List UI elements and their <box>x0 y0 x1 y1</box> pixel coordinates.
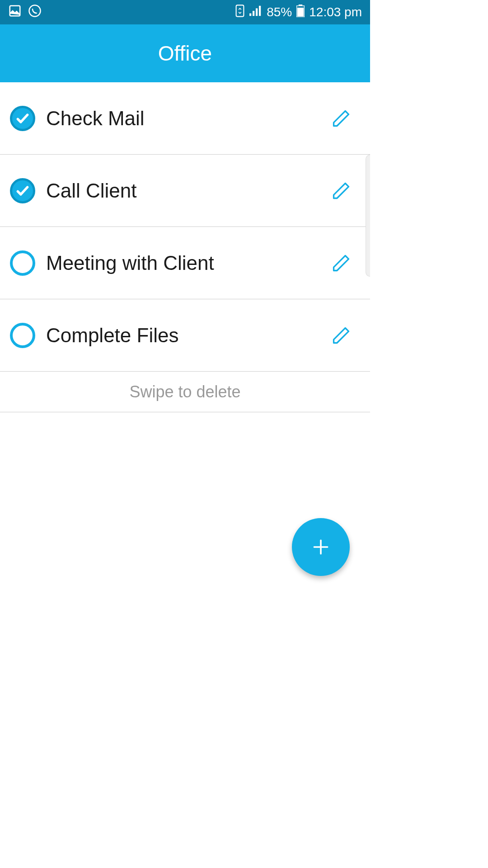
edit-button[interactable] <box>330 108 352 129</box>
svg-rect-2 <box>236 5 244 16</box>
pencil-icon <box>331 253 351 273</box>
svg-rect-4 <box>253 11 254 16</box>
edit-button[interactable] <box>330 325 352 346</box>
gallery-icon <box>8 4 22 21</box>
svg-rect-5 <box>256 8 258 16</box>
edit-button[interactable] <box>330 180 352 202</box>
svg-rect-9 <box>297 8 304 17</box>
app-bar: Office <box>0 24 370 82</box>
task-row[interactable]: Meeting with Client <box>0 227 370 299</box>
checkbox-checked[interactable] <box>10 106 35 131</box>
pencil-icon <box>331 326 351 345</box>
edit-button[interactable] <box>330 252 352 274</box>
task-label: Meeting with Client <box>46 252 330 274</box>
checkbox-unchecked[interactable] <box>10 250 35 276</box>
task-row[interactable]: Complete Files <box>0 299 370 372</box>
task-label: Check Mail <box>46 107 330 130</box>
checkbox-unchecked[interactable] <box>10 323 35 348</box>
battery-percent: 85% <box>267 5 292 19</box>
check-icon <box>15 111 30 126</box>
sync-icon <box>235 5 245 20</box>
task-list: Check Mail Call Client Meeting with Clie… <box>0 82 370 412</box>
svg-rect-3 <box>249 14 251 16</box>
clock-time: 12:03 pm <box>309 5 362 19</box>
page-title: Office <box>158 41 212 66</box>
battery-icon <box>296 5 305 20</box>
svg-point-1 <box>29 5 41 16</box>
hint-row: Swipe to delete <box>0 372 370 412</box>
pencil-icon <box>331 181 351 201</box>
svg-rect-6 <box>259 6 261 16</box>
pencil-icon <box>331 108 351 128</box>
scroll-handle[interactable] <box>366 155 370 277</box>
signal-icon <box>249 5 262 19</box>
swipe-hint: Swipe to delete <box>129 382 240 401</box>
task-row[interactable]: Call Client <box>0 155 370 227</box>
task-label: Call Client <box>46 179 330 202</box>
add-button[interactable] <box>292 518 350 576</box>
checkbox-checked[interactable] <box>10 178 35 203</box>
whatsapp-icon <box>28 4 42 21</box>
status-bar: 85% 12:03 pm <box>0 0 370 24</box>
task-label: Complete Files <box>46 324 330 347</box>
check-icon <box>15 184 30 198</box>
plus-icon <box>311 537 331 557</box>
task-row[interactable]: Check Mail <box>0 82 370 155</box>
